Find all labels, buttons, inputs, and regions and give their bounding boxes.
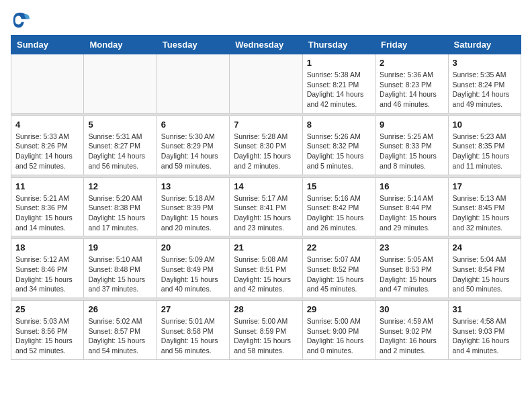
day-cell (84, 54, 157, 113)
week-row-2: 4Sunrise: 5:33 AM Sunset: 8:26 PM Daylig… (11, 116, 521, 175)
days-header-row: SundayMondayTuesdayWednesdayThursdayFrid… (11, 36, 521, 54)
day-header-thursday: Thursday (302, 36, 375, 54)
day-cell: 15Sunrise: 5:16 AM Sunset: 8:42 PM Dayli… (302, 177, 375, 236)
day-info: Sunrise: 5:31 AM Sunset: 8:27 PM Dayligh… (88, 132, 152, 171)
day-cell: 19Sunrise: 5:10 AM Sunset: 8:48 PM Dayli… (84, 239, 157, 298)
day-cell (157, 54, 229, 113)
day-number: 24 (453, 242, 517, 253)
day-number: 10 (453, 120, 517, 130)
week-row-3: 11Sunrise: 5:21 AM Sunset: 8:36 PM Dayli… (11, 177, 521, 236)
day-info: Sunrise: 5:16 AM Sunset: 8:42 PM Dayligh… (307, 193, 371, 233)
day-cell: 23Sunrise: 5:05 AM Sunset: 8:53 PM Dayli… (375, 239, 448, 298)
day-cell (230, 54, 302, 113)
day-cell: 6Sunrise: 5:30 AM Sunset: 8:29 PM Daylig… (157, 116, 229, 175)
day-number: 25 (15, 304, 79, 314)
day-cell: 18Sunrise: 5:12 AM Sunset: 8:46 PM Dayli… (11, 239, 84, 298)
day-cell: 20Sunrise: 5:09 AM Sunset: 8:49 PM Dayli… (157, 239, 229, 298)
day-cell: 26Sunrise: 5:02 AM Sunset: 8:57 PM Dayli… (84, 301, 157, 360)
day-cell: 13Sunrise: 5:18 AM Sunset: 8:39 PM Dayli… (157, 177, 229, 236)
day-number: 2 (380, 58, 443, 68)
day-number: 14 (234, 181, 298, 191)
day-header-wednesday: Wednesday (230, 36, 302, 54)
day-number: 1 (307, 58, 371, 68)
day-info: Sunrise: 5:25 AM Sunset: 8:33 PM Dayligh… (380, 132, 443, 171)
day-number: 4 (15, 120, 79, 130)
day-number: 30 (380, 304, 443, 314)
day-info: Sunrise: 5:18 AM Sunset: 8:39 PM Dayligh… (161, 193, 225, 233)
day-cell: 29Sunrise: 5:00 AM Sunset: 9:00 PM Dayli… (302, 301, 375, 360)
day-number: 17 (453, 181, 517, 191)
day-cell: 3Sunrise: 5:35 AM Sunset: 8:24 PM Daylig… (448, 54, 521, 113)
logo-icon (11, 11, 30, 30)
day-number: 12 (88, 181, 152, 191)
day-number: 28 (234, 304, 298, 314)
day-number: 29 (307, 304, 371, 314)
day-cell: 16Sunrise: 5:14 AM Sunset: 8:44 PM Dayli… (375, 177, 448, 236)
day-cell: 11Sunrise: 5:21 AM Sunset: 8:36 PM Dayli… (11, 177, 84, 236)
day-info: Sunrise: 5:36 AM Sunset: 8:23 PM Dayligh… (380, 70, 443, 109)
day-info: Sunrise: 5:07 AM Sunset: 8:52 PM Dayligh… (307, 255, 371, 294)
day-info: Sunrise: 5:21 AM Sunset: 8:36 PM Dayligh… (15, 193, 79, 233)
day-number: 15 (307, 181, 371, 191)
day-cell: 24Sunrise: 5:04 AM Sunset: 8:54 PM Dayli… (448, 239, 521, 298)
day-number: 11 (15, 181, 79, 191)
day-cell: 30Sunrise: 4:59 AM Sunset: 9:02 PM Dayli… (375, 301, 448, 360)
day-number: 26 (88, 304, 152, 314)
day-info: Sunrise: 4:59 AM Sunset: 9:02 PM Dayligh… (380, 316, 443, 356)
day-info: Sunrise: 5:02 AM Sunset: 8:57 PM Dayligh… (88, 316, 152, 356)
day-number: 13 (161, 181, 225, 191)
day-cell: 12Sunrise: 5:20 AM Sunset: 8:38 PM Dayli… (84, 177, 157, 236)
day-number: 5 (88, 120, 152, 130)
day-number: 27 (161, 304, 225, 314)
week-row-1: 1Sunrise: 5:38 AM Sunset: 8:21 PM Daylig… (11, 54, 521, 113)
day-cell: 21Sunrise: 5:08 AM Sunset: 8:51 PM Dayli… (230, 239, 302, 298)
day-info: Sunrise: 5:14 AM Sunset: 8:44 PM Dayligh… (380, 193, 443, 233)
day-cell: 28Sunrise: 5:00 AM Sunset: 8:59 PM Dayli… (230, 301, 302, 360)
week-row-4: 18Sunrise: 5:12 AM Sunset: 8:46 PM Dayli… (11, 239, 521, 298)
day-header-friday: Friday (375, 36, 448, 54)
week-row-5: 25Sunrise: 5:03 AM Sunset: 8:56 PM Dayli… (11, 301, 521, 360)
day-number: 7 (234, 120, 298, 130)
header (11, 11, 521, 30)
day-cell: 4Sunrise: 5:33 AM Sunset: 8:26 PM Daylig… (11, 116, 84, 175)
day-info: Sunrise: 5:01 AM Sunset: 8:58 PM Dayligh… (161, 316, 225, 356)
day-number: 9 (380, 120, 443, 130)
day-header-monday: Monday (84, 36, 157, 54)
day-cell: 17Sunrise: 5:13 AM Sunset: 8:45 PM Dayli… (448, 177, 521, 236)
day-cell: 7Sunrise: 5:28 AM Sunset: 8:30 PM Daylig… (230, 116, 302, 175)
day-info: Sunrise: 5:20 AM Sunset: 8:38 PM Dayligh… (88, 193, 152, 233)
day-cell: 5Sunrise: 5:31 AM Sunset: 8:27 PM Daylig… (84, 116, 157, 175)
day-info: Sunrise: 5:33 AM Sunset: 8:26 PM Dayligh… (15, 132, 79, 171)
day-number: 8 (307, 120, 371, 130)
day-info: Sunrise: 5:26 AM Sunset: 8:32 PM Dayligh… (307, 132, 371, 171)
day-number: 18 (15, 242, 79, 253)
calendar: SundayMondayTuesdayWednesdayThursdayFrid… (11, 35, 521, 360)
day-number: 19 (88, 242, 152, 253)
day-header-saturday: Saturday (448, 36, 521, 54)
day-info: Sunrise: 5:28 AM Sunset: 8:30 PM Dayligh… (234, 132, 298, 171)
day-header-tuesday: Tuesday (157, 36, 229, 54)
day-info: Sunrise: 5:12 AM Sunset: 8:46 PM Dayligh… (15, 255, 79, 294)
day-number: 31 (453, 304, 517, 314)
day-cell: 22Sunrise: 5:07 AM Sunset: 8:52 PM Dayli… (302, 239, 375, 298)
day-cell: 8Sunrise: 5:26 AM Sunset: 8:32 PM Daylig… (302, 116, 375, 175)
day-info: Sunrise: 5:23 AM Sunset: 8:35 PM Dayligh… (453, 132, 517, 171)
day-cell (11, 54, 84, 113)
day-number: 20 (161, 242, 225, 253)
day-number: 6 (161, 120, 225, 130)
day-number: 21 (234, 242, 298, 253)
day-number: 23 (380, 242, 443, 253)
day-cell: 1Sunrise: 5:38 AM Sunset: 8:21 PM Daylig… (302, 54, 375, 113)
day-info: Sunrise: 4:58 AM Sunset: 9:03 PM Dayligh… (453, 316, 517, 356)
day-info: Sunrise: 5:08 AM Sunset: 8:51 PM Dayligh… (234, 255, 298, 294)
day-info: Sunrise: 5:09 AM Sunset: 8:49 PM Dayligh… (161, 255, 225, 294)
day-info: Sunrise: 5:00 AM Sunset: 9:00 PM Dayligh… (307, 316, 371, 356)
day-info: Sunrise: 5:35 AM Sunset: 8:24 PM Dayligh… (453, 70, 517, 109)
day-number: 22 (307, 242, 371, 253)
day-cell: 27Sunrise: 5:01 AM Sunset: 8:58 PM Dayli… (157, 301, 229, 360)
day-info: Sunrise: 5:30 AM Sunset: 8:29 PM Dayligh… (161, 132, 225, 171)
logo (11, 11, 32, 30)
day-header-sunday: Sunday (11, 36, 84, 54)
day-info: Sunrise: 5:17 AM Sunset: 8:41 PM Dayligh… (234, 193, 298, 233)
day-info: Sunrise: 5:13 AM Sunset: 8:45 PM Dayligh… (453, 193, 517, 233)
